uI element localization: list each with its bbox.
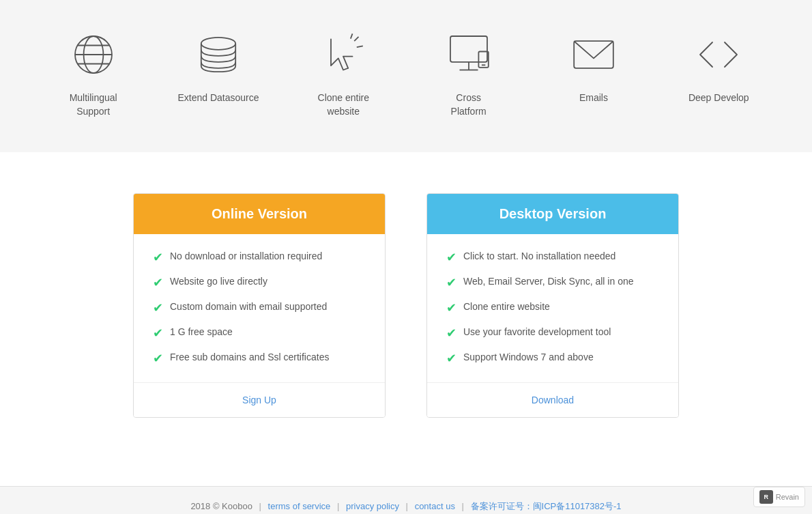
check-icon-3: ✔ xyxy=(153,300,163,315)
revain-logo: R xyxy=(759,490,773,504)
online-feature-3: ✔ Custom domain with email supported xyxy=(153,301,366,315)
feature-multilingual: MultilingualSupport xyxy=(39,20,148,125)
online-version-features: ✔ No download or installation required ✔… xyxy=(134,234,385,382)
online-feature-1-text: No download or installation required xyxy=(170,251,322,261)
features-section: MultilingualSupport Extend Datasource xyxy=(0,0,812,152)
revain-label: Revain xyxy=(776,493,799,501)
desktop-version-action[interactable]: Download xyxy=(427,382,678,417)
check-icon-2: ✔ xyxy=(153,275,163,290)
footer-contact-link[interactable]: contact us xyxy=(415,501,455,511)
pricing-section: Online Version ✔ No download or installa… xyxy=(0,152,812,445)
check-icon-d1: ✔ xyxy=(446,250,456,265)
online-version-card: Online Version ✔ No download or installa… xyxy=(133,193,386,418)
desktop-feature-1: ✔ Click to start. No installation needed xyxy=(446,251,659,265)
features-inner: MultilingualSupport Extend Datasource xyxy=(31,20,781,125)
revain-watermark: R Revain xyxy=(753,487,805,507)
code-icon xyxy=(691,27,746,82)
online-feature-5-text: Free sub domains and Ssl certificates xyxy=(170,352,329,362)
footer-copyright: 2018 © Kooboo xyxy=(190,501,252,511)
check-icon-4: ✔ xyxy=(153,326,163,341)
signup-link[interactable]: Sign Up xyxy=(242,395,276,405)
desktop-feature-2: ✔ Web, Email Server, Disk Sync, all in o… xyxy=(446,276,659,290)
feature-cross-platform-label: CrossPlatform xyxy=(451,91,487,118)
desktop-version-title: Desktop Version xyxy=(499,206,607,221)
desktop-feature-5: ✔ Support Windows 7 and above xyxy=(446,352,659,366)
feature-datasource: Extend Datasource xyxy=(164,20,273,112)
footer-icp-link[interactable]: 备案许可证号：闽ICP备11017382号-1 xyxy=(471,501,622,511)
desktop-version-header: Desktop Version xyxy=(427,194,678,234)
svg-line-7 xyxy=(357,46,363,47)
svg-point-5 xyxy=(201,38,235,50)
check-icon-5: ✔ xyxy=(153,351,163,366)
check-icon-d4: ✔ xyxy=(446,326,456,341)
pricing-inner: Online Version ✔ No download or installa… xyxy=(99,193,713,418)
desktop-version-features: ✔ Click to start. No installation needed… xyxy=(427,234,678,382)
feature-deep-develop: Deep Develop xyxy=(664,20,773,112)
footer-terms-link[interactable]: terms of service xyxy=(268,501,331,511)
footer-privacy-link[interactable]: privacy policy xyxy=(346,501,399,511)
online-feature-4: ✔ 1 G free space xyxy=(153,326,366,341)
online-feature-2: ✔ Website go live directly xyxy=(153,276,366,290)
desktop-feature-2-text: Web, Email Server, Disk Sync, all in one xyxy=(463,276,634,287)
svg-line-6 xyxy=(355,37,359,41)
online-feature-5: ✔ Free sub domains and Ssl certificates xyxy=(153,352,366,366)
online-version-action[interactable]: Sign Up xyxy=(134,382,385,417)
desktop-feature-3: ✔ Clone entire website xyxy=(446,301,659,315)
desktop-version-card: Desktop Version ✔ Click to start. No ins… xyxy=(426,193,679,418)
online-feature-3-text: Custom domain with email supported xyxy=(170,301,327,312)
online-feature-2-text: Website go live directly xyxy=(170,276,267,287)
download-link[interactable]: Download xyxy=(532,395,574,405)
cursor-icon xyxy=(316,27,371,82)
svg-rect-14 xyxy=(574,41,613,68)
feature-clone: Clone entirewebsite xyxy=(289,20,398,125)
email-icon xyxy=(566,27,621,82)
database-icon xyxy=(191,27,246,82)
monitor-icon xyxy=(441,27,496,82)
svg-rect-9 xyxy=(450,36,487,62)
check-icon-d2: ✔ xyxy=(446,275,456,290)
feature-multilingual-label: MultilingualSupport xyxy=(70,91,117,118)
feature-datasource-label: Extend Datasource xyxy=(177,91,259,105)
check-icon-1: ✔ xyxy=(153,250,163,265)
desktop-feature-1-text: Click to start. No installation needed xyxy=(463,251,615,261)
feature-emails-label: Emails xyxy=(579,91,608,105)
check-icon-d5: ✔ xyxy=(446,351,456,366)
feature-cross-platform: CrossPlatform xyxy=(414,20,523,125)
svg-line-8 xyxy=(351,33,353,38)
check-icon-d3: ✔ xyxy=(446,300,456,315)
desktop-feature-4: ✔ Use your favorite development tool xyxy=(446,326,659,341)
footer: 2018 © Kooboo | terms of service | priva… xyxy=(0,486,812,514)
online-version-header: Online Version xyxy=(134,194,385,234)
desktop-feature-3-text: Clone entire website xyxy=(463,301,550,312)
online-feature-1: ✔ No download or installation required xyxy=(153,251,366,265)
online-feature-4-text: 1 G free space xyxy=(170,326,233,337)
feature-emails: Emails xyxy=(539,20,648,112)
online-version-title: Online Version xyxy=(212,206,307,221)
desktop-feature-5-text: Support Windows 7 and above xyxy=(463,352,594,362)
desktop-feature-4-text: Use your favorite development tool xyxy=(463,326,611,337)
feature-clone-label: Clone entirewebsite xyxy=(318,91,370,118)
feature-deep-develop-label: Deep Develop xyxy=(688,91,749,105)
globe-icon xyxy=(66,27,121,82)
